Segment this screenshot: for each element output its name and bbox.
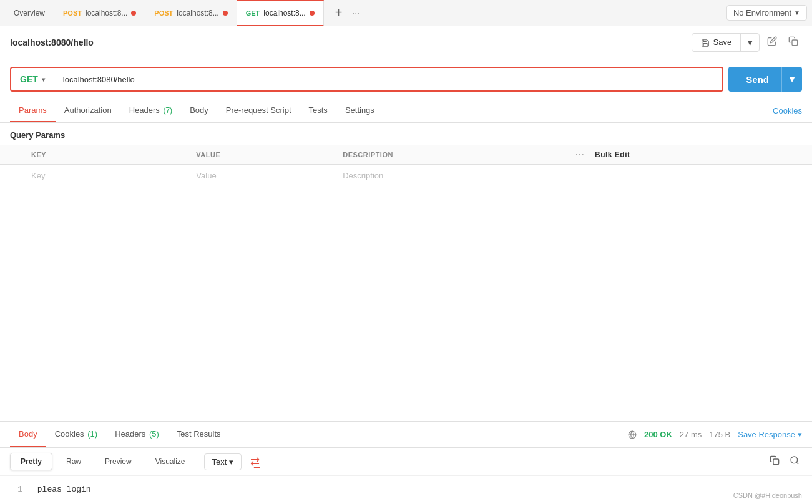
more-tabs-button[interactable]: ···	[348, 8, 363, 18]
tab-authorization[interactable]: Authorization	[56, 99, 120, 122]
tab-pre-request[interactable]: Pre-request Script	[217, 99, 300, 122]
col-desc: DESCRIPTION	[333, 145, 565, 165]
send-dropdown-button[interactable]: ▾	[781, 67, 802, 92]
globe-icon	[628, 430, 637, 439]
tab-tests-label: Tests	[309, 105, 328, 115]
env-chevron-icon: ▼	[794, 9, 800, 16]
format-raw-button[interactable]: Raw	[56, 453, 91, 470]
resp-tab-cookies[interactable]: Cookies (1)	[46, 422, 106, 447]
tab-method-get-1: GET	[246, 9, 260, 17]
table-more-icon[interactable]: ···	[575, 151, 585, 158]
line-number-1: 1	[10, 483, 22, 497]
desc-cell[interactable]: Description	[333, 165, 812, 187]
text-format-dropdown[interactable]: Text ▾	[204, 453, 242, 470]
url-input[interactable]	[54, 69, 723, 90]
svg-point-4	[791, 457, 798, 463]
tab-body[interactable]: Body	[181, 99, 217, 122]
tab-actions: + ···	[326, 6, 368, 20]
search-response-button[interactable]	[787, 453, 802, 470]
tab-body-label: Body	[190, 105, 208, 115]
tab-authorization-label: Authorization	[64, 105, 112, 115]
response-section: Body Cookies (1) Headers (5) Test Result…	[0, 421, 812, 504]
response-meta: 200 OK 27 ms 175 B Save Response ▾	[628, 430, 802, 439]
save-button-icon-wrap: Save	[692, 34, 741, 51]
save-icon	[701, 39, 710, 47]
tab-tests[interactable]: Tests	[300, 99, 336, 122]
tab-params-label: Params	[19, 105, 47, 115]
tab-bar: Overview POST localhost:8... POST localh…	[0, 0, 812, 26]
format-pretty-button[interactable]: Pretty	[10, 453, 52, 470]
resp-body-label: Body	[19, 429, 37, 439]
svg-rect-3	[773, 459, 779, 465]
format-preview-button[interactable]: Preview	[95, 453, 142, 470]
tab-url-post-1: localhost:8...	[86, 9, 127, 17]
footer-watermark: CSDN @#Hideonbush	[733, 492, 802, 499]
method-chevron-icon: ▾	[42, 76, 45, 83]
save-response-label: Save Response	[738, 430, 795, 439]
resp-headers-label: Headers	[115, 429, 145, 439]
add-tab-button[interactable]: +	[331, 6, 346, 20]
bulk-edit-button[interactable]: Bulk Edit	[595, 150, 630, 159]
tab-overview[interactable]: Overview	[5, 0, 54, 26]
key-cell[interactable]: Key	[0, 165, 186, 187]
method-value: GET	[20, 74, 38, 84]
svg-line-5	[796, 462, 798, 464]
query-params-section-label: Query Params	[0, 123, 812, 145]
request-tabs: Params Authorization Headers (7) Body Pr…	[0, 99, 812, 123]
cookies-link-label: Cookies	[773, 106, 802, 115]
main-content: localhost:8080/hello Save ▼ GET ▾	[0, 26, 812, 504]
response-time: 27 ms	[680, 430, 702, 439]
resp-cookies-label: Cookies	[55, 429, 84, 439]
tab-dot-get-1	[310, 11, 315, 16]
copy-response-button[interactable]	[767, 453, 782, 470]
copy-button[interactable]	[785, 32, 802, 52]
send-button[interactable]: Send	[728, 67, 781, 92]
wrap-icon[interactable]: ⇄̲	[250, 455, 260, 468]
tab-post-2[interactable]: POST localhost:8...	[145, 0, 237, 26]
save-button[interactable]: Save ▼	[692, 33, 760, 52]
page-title: localhost:8080/hello	[10, 37, 94, 47]
edit-icon	[767, 36, 777, 46]
format-bar: Pretty Raw Preview Visualize Text ▾ ⇄̲	[0, 448, 812, 476]
format-visualize-button[interactable]: Visualize	[145, 453, 195, 470]
footer-text: CSDN @#Hideonbush	[733, 492, 802, 499]
save-dropdown-arrow[interactable]: ▼	[741, 34, 759, 51]
search-icon	[790, 455, 800, 465]
tab-settings-label: Settings	[345, 105, 374, 115]
tab-post-1[interactable]: POST localhost:8...	[54, 0, 145, 26]
send-label: Send	[746, 74, 769, 85]
resp-tab-headers[interactable]: Headers (5)	[106, 422, 168, 447]
env-selector-label: No Environment	[733, 8, 791, 17]
resp-tab-body[interactable]: Body	[10, 422, 46, 447]
env-selector[interactable]: No Environment ▼	[726, 5, 807, 21]
edit-button[interactable]	[763, 32, 781, 52]
text-format-label: Text	[212, 457, 227, 467]
tab-method-post-2: POST	[154, 9, 173, 17]
copy-icon	[788, 36, 798, 46]
request-body-section: Query Params KEY VALUE DESCRIPTION ··· B…	[0, 123, 812, 421]
request-bar: GET ▾ Send ▾	[0, 59, 812, 99]
tab-method-post-1: POST	[63, 9, 82, 17]
response-body: 1 pleas login	[0, 476, 812, 504]
format-right-actions	[767, 453, 802, 470]
send-button-group: Send ▾	[728, 67, 802, 92]
resp-tab-test-results[interactable]: Test Results	[168, 422, 230, 447]
response-text-1: pleas login	[37, 485, 91, 494]
request-input-wrap: GET ▾	[10, 67, 723, 92]
value-cell[interactable]: Value	[186, 165, 333, 187]
col-value: VALUE	[186, 145, 333, 165]
method-selector[interactable]: GET ▾	[11, 68, 54, 90]
text-format-chevron-icon: ▾	[229, 457, 233, 467]
tab-settings[interactable]: Settings	[336, 99, 383, 122]
headers-badge: (7)	[163, 106, 172, 115]
tab-params[interactable]: Params	[10, 99, 56, 122]
tab-get-1[interactable]: GET localhost:8...	[237, 0, 324, 26]
table-row: Key Value Description	[0, 165, 812, 187]
tab-headers[interactable]: Headers (7)	[120, 99, 181, 122]
tab-overview-label: Overview	[14, 9, 45, 17]
tab-url-post-2: localhost:8...	[177, 9, 218, 17]
save-response-button[interactable]: Save Response ▾	[738, 430, 802, 439]
cookies-link[interactable]: Cookies	[773, 100, 802, 122]
resp-headers-badge: (5)	[149, 429, 159, 439]
tab-url-get-1: localhost:8...	[263, 9, 305, 17]
